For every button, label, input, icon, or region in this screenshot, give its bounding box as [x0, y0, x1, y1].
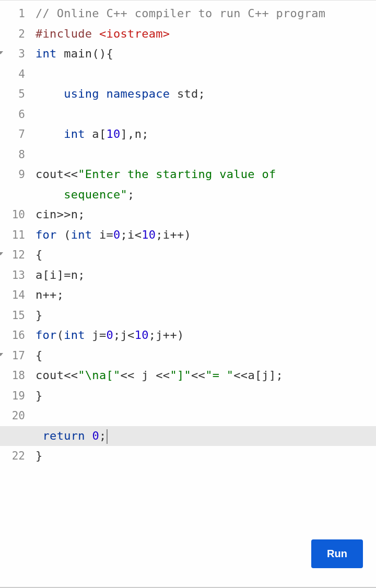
code-line[interactable] [36, 104, 376, 125]
code-token: int [64, 328, 85, 342]
code-line[interactable]: cout<<"Enter the starting value of [36, 164, 376, 185]
code-token: ;j [113, 328, 127, 342]
code-token: ; [78, 208, 85, 221]
code-line[interactable]: } [36, 305, 376, 326]
line-number: 1 [0, 4, 25, 24]
code-token: << [233, 369, 248, 382]
code-token: cin [36, 208, 57, 221]
line-number: 8 [0, 145, 25, 165]
code-line[interactable]: using namespace std; [36, 84, 376, 104]
code-token: ++ [170, 228, 184, 241]
code-token: << [121, 369, 135, 382]
code-token [36, 87, 64, 100]
code-token [99, 87, 107, 100]
code-token: n [36, 288, 43, 301]
code-token: int [71, 228, 92, 241]
code-token: <iostream> [99, 27, 170, 40]
code-token: a [36, 268, 43, 281]
code-token: namespace [106, 87, 170, 100]
line-number-gutter: 12345678910111213141516171819202122 [0, 1, 30, 588]
code-token: j [85, 328, 99, 342]
code-line[interactable]: int a[10],n; [36, 124, 376, 145]
code-token: ; [57, 288, 64, 301]
code-token: ;j [149, 328, 163, 342]
code-line[interactable]: cin>>n; [36, 205, 376, 225]
code-token: << [64, 369, 78, 382]
code-line[interactable]: return 0; [36, 426, 376, 446]
code-token: } [36, 449, 43, 462]
code-token: { [36, 248, 43, 261]
code-token: [j]; [255, 369, 283, 382]
code-line[interactable]: { [36, 245, 376, 265]
code-line[interactable]: for (int i=0;i<10;i++) [36, 225, 376, 245]
code-token: ++ [163, 328, 177, 342]
code-token: ;i [156, 228, 170, 241]
line-number: 10 [0, 205, 25, 225]
code-line[interactable]: } [36, 386, 376, 406]
code-token: "\na[" [78, 369, 120, 382]
line-number: 16 [0, 325, 25, 346]
code-line[interactable]: } [36, 446, 376, 466]
code-token: { [36, 349, 43, 362]
code-line[interactable]: cout<<"\na["<< j <<"]"<<"= "<<a[j]; [36, 366, 376, 386]
code-token: } [36, 309, 43, 322]
line-number [0, 185, 25, 205]
code-line[interactable] [36, 145, 376, 165]
code-token: ; [198, 87, 206, 100]
code-token: n [71, 208, 78, 221]
code-editor[interactable]: 12345678910111213141516171819202122 // O… [0, 0, 376, 588]
code-token: int [36, 47, 57, 60]
line-number: 5 [0, 84, 25, 104]
code-line[interactable]: for(int j=0;j<10;j++) [36, 325, 376, 346]
code-token: "]" [170, 369, 191, 382]
code-token: [i] [43, 268, 64, 281]
code-area[interactable]: // Online C++ compiler to run C++ progra… [30, 1, 376, 588]
code-token: [ [99, 127, 107, 140]
line-number: 4 [0, 64, 25, 85]
code-token [36, 429, 43, 442]
run-button[interactable]: Run [311, 539, 363, 568]
code-token: << [156, 369, 170, 382]
line-number: 19 [0, 386, 25, 406]
code-line[interactable]: // Online C++ compiler to run C++ progra… [36, 4, 376, 24]
fold-marker-icon[interactable] [0, 51, 3, 54]
code-token: ;i [121, 228, 135, 241]
code-token: n [71, 268, 78, 281]
fold-marker-icon[interactable] [0, 252, 3, 255]
code-token: std [170, 87, 198, 100]
code-token: = [106, 228, 113, 241]
code-line[interactable] [36, 406, 376, 426]
code-token: 0 [106, 328, 113, 342]
code-token: i [92, 228, 106, 241]
code-token: = [99, 328, 107, 342]
code-token: main [57, 47, 92, 60]
code-token: for [36, 328, 57, 342]
code-line[interactable] [36, 64, 376, 85]
code-line[interactable]: { [36, 346, 376, 366]
code-line[interactable]: #include <iostream> [36, 24, 376, 44]
code-token: << [191, 369, 205, 382]
line-number: 14 [0, 285, 25, 305]
code-line[interactable]: sequence"; [36, 185, 376, 205]
line-number: 22 [0, 446, 25, 466]
code-token: int [64, 127, 85, 140]
code-token: "= " [205, 369, 233, 382]
code-line[interactable]: n++; [36, 285, 376, 305]
code-token: ],n; [121, 127, 149, 140]
code-line[interactable]: int main(){ [36, 44, 376, 64]
fold-marker-icon[interactable] [0, 353, 3, 356]
line-number: 20 [0, 406, 25, 426]
code-token: ( [57, 328, 64, 342]
code-token: j [135, 369, 156, 382]
code-token: ( [57, 228, 71, 241]
code-token: cout [36, 168, 64, 181]
code-token: 10 [142, 228, 156, 241]
code-token: (){ [92, 47, 113, 60]
code-line[interactable]: a[i]=n; [36, 265, 376, 286]
code-token: ; [127, 188, 135, 201]
line-number: 12 [0, 245, 25, 265]
line-number: 6 [0, 104, 25, 125]
code-token: using [64, 87, 99, 100]
code-token: a [85, 127, 99, 140]
code-token: << [64, 168, 78, 181]
